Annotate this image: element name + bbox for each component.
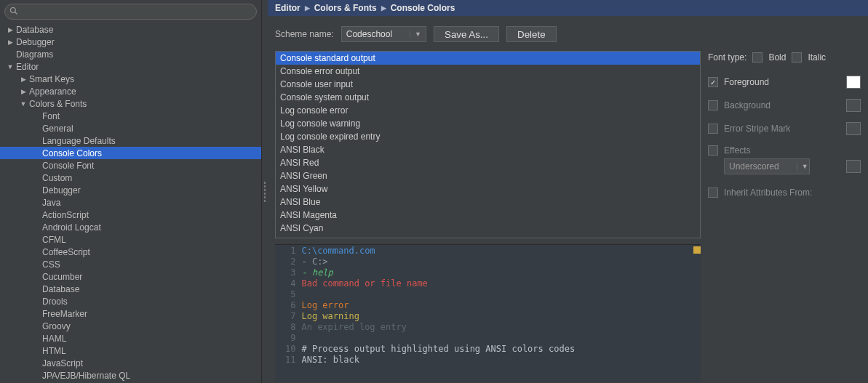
attribute-item[interactable]: Console user input xyxy=(276,78,700,91)
tree-item[interactable]: ActionScript xyxy=(0,209,261,221)
tree-item[interactable]: Groovy xyxy=(0,320,261,332)
tree-item[interactable]: Drools xyxy=(0,295,261,307)
scheme-name-label: Scheme name: xyxy=(275,29,334,39)
tree-item-label: Custom xyxy=(42,173,72,183)
attribute-item[interactable]: ANSI Yellow xyxy=(276,182,700,195)
background-checkbox[interactable] xyxy=(708,100,718,110)
chevron-right-icon[interactable]: ▶ xyxy=(19,76,28,83)
tree-item[interactable]: Database xyxy=(0,283,261,295)
attribute-list[interactable]: Console standard outputConsole error out… xyxy=(275,51,701,238)
error-stripe-swatch[interactable] xyxy=(846,122,861,135)
attribute-item[interactable]: ANSI Magenta xyxy=(276,209,700,222)
breadcrumb: Editor ▶ Colors & Fonts ▶ Console Colors xyxy=(268,0,868,16)
tree-item-label: Debugger xyxy=(16,37,55,47)
save-as-button[interactable]: Save As... xyxy=(434,26,499,42)
tree-item[interactable]: ▼Colors & Fonts xyxy=(0,97,261,110)
tree-item[interactable]: Custom xyxy=(0,172,261,184)
tree-item-label: CSS xyxy=(42,259,60,270)
tree-item[interactable]: ▶Appearance xyxy=(0,85,261,97)
scheme-row: Scheme name: Codeschool ▼ Save As... Del… xyxy=(268,16,868,51)
tree-item[interactable]: Diagrams xyxy=(0,48,261,60)
attribute-item[interactable]: Log console error xyxy=(276,104,700,117)
splitter-grip[interactable] xyxy=(262,0,268,383)
background-label: Background xyxy=(724,100,771,110)
tree-item[interactable]: ▶Debugger xyxy=(0,36,261,48)
tree-item[interactable]: ▶Smart Keys xyxy=(0,73,261,85)
chevron-down-icon[interactable]: ▼ xyxy=(6,63,15,70)
attribute-item[interactable]: Log console expired entry xyxy=(276,130,700,143)
tree-item-label: Java xyxy=(42,198,60,208)
search-input[interactable] xyxy=(4,4,257,20)
tree-item[interactable]: Language Defaults xyxy=(0,134,261,147)
tree-item[interactable]: ▶Database xyxy=(0,23,261,36)
tree-item[interactable]: CoffeeScript xyxy=(0,246,261,258)
attribute-item[interactable]: ANSI Blue xyxy=(276,195,700,209)
tree-item[interactable]: CFML xyxy=(0,233,261,246)
effects-checkbox[interactable] xyxy=(708,145,718,156)
tree-item[interactable]: Console Colors xyxy=(0,147,261,159)
bold-checkbox[interactable] xyxy=(752,52,763,63)
tree-item[interactable]: CSS xyxy=(0,258,261,270)
tree-item-label: Android Logcat xyxy=(42,222,101,233)
tree-item-label: JavaScript xyxy=(42,358,83,368)
tree-item[interactable]: HTML xyxy=(0,344,261,357)
italic-label: Italic xyxy=(808,52,826,63)
main-panel: Editor ▶ Colors & Fonts ▶ Console Colors… xyxy=(268,0,868,383)
attribute-item[interactable]: ANSI Gray xyxy=(276,235,700,238)
tree-item-label: Editor xyxy=(16,62,39,72)
chevron-right-icon[interactable]: ▶ xyxy=(6,26,15,33)
foreground-swatch[interactable] xyxy=(846,76,861,89)
tree-item[interactable]: FreeMarker xyxy=(0,307,261,320)
tree-item-label: ActionScript xyxy=(42,210,89,220)
error-stripe-marker[interactable] xyxy=(693,246,701,254)
tree-item[interactable]: Cucumber xyxy=(0,270,261,283)
tree-item[interactable]: HAML xyxy=(0,332,261,344)
properties-column: Font type: Bold Italic Foreground Backgr… xyxy=(708,51,861,382)
scheme-select[interactable]: Codeschool ▼ xyxy=(341,26,426,42)
effects-swatch[interactable] xyxy=(846,160,861,173)
tree-item[interactable]: Android Logcat xyxy=(0,221,261,233)
attribute-item[interactable]: Console error output xyxy=(276,65,700,78)
chevron-down-icon[interactable]: ▼ xyxy=(19,100,28,108)
tree-item[interactable]: Debugger xyxy=(0,184,261,196)
foreground-checkbox[interactable] xyxy=(708,77,718,87)
tree-item[interactable]: Java xyxy=(0,196,261,209)
breadcrumb-item[interactable]: Editor xyxy=(275,3,300,13)
tree-item[interactable]: JPA/EJB/Hibernate QL xyxy=(0,369,261,382)
attribute-item[interactable]: ANSI Red xyxy=(276,156,700,169)
inherit-checkbox[interactable] xyxy=(708,188,718,198)
settings-sidebar: ▶Database▶DebuggerDiagrams▼Editor▶Smart … xyxy=(0,0,262,383)
tree-item[interactable]: JavaScript xyxy=(0,357,261,369)
tree-item[interactable]: Font xyxy=(0,110,261,122)
settings-tree[interactable]: ▶Database▶DebuggerDiagrams▼Editor▶Smart … xyxy=(0,23,261,383)
scheme-select-value: Codeschool xyxy=(346,29,392,39)
attribute-item[interactable]: ANSI Cyan xyxy=(276,222,700,235)
attribute-item[interactable]: ANSI Green xyxy=(276,169,700,182)
tree-item-label: Console Font xyxy=(42,161,94,171)
tree-item-label: Groovy xyxy=(42,321,71,331)
effects-label: Effects xyxy=(724,145,750,156)
tree-item-label: General xyxy=(42,124,73,134)
tree-item-label: Smart Keys xyxy=(29,74,74,84)
error-stripe-label: Error Stripe Mark xyxy=(724,124,790,134)
tree-item[interactable]: Console Font xyxy=(0,159,261,172)
chevron-down-icon: ▼ xyxy=(797,163,808,170)
attribute-item[interactable]: ANSI Black xyxy=(276,143,700,156)
delete-button[interactable]: Delete xyxy=(506,26,557,42)
breadcrumb-item[interactable]: Colors & Fonts xyxy=(314,3,377,13)
chevron-right-icon[interactable]: ▶ xyxy=(19,88,28,95)
attribute-item[interactable]: Console system output xyxy=(276,91,700,104)
tree-item[interactable]: ▼Editor xyxy=(0,60,261,73)
attribute-item[interactable]: Console standard output xyxy=(276,52,700,65)
background-swatch[interactable] xyxy=(846,99,861,112)
tree-item-label: Database xyxy=(16,25,53,35)
italic-checkbox[interactable] xyxy=(792,52,802,63)
error-stripe-checkbox[interactable] xyxy=(708,124,718,134)
chevron-right-icon[interactable]: ▶ xyxy=(6,39,15,46)
tree-item[interactable]: General xyxy=(0,122,261,134)
code-scroll[interactable]: 1234567891011 C:\command.com- C:>- helpB… xyxy=(275,245,701,382)
breadcrumb-item[interactable]: Console Colors xyxy=(391,3,455,13)
effects-select[interactable]: Underscored ▼ xyxy=(724,158,810,174)
attribute-item[interactable]: Log console warning xyxy=(276,117,700,130)
tree-item-label: FreeMarker xyxy=(42,309,87,319)
